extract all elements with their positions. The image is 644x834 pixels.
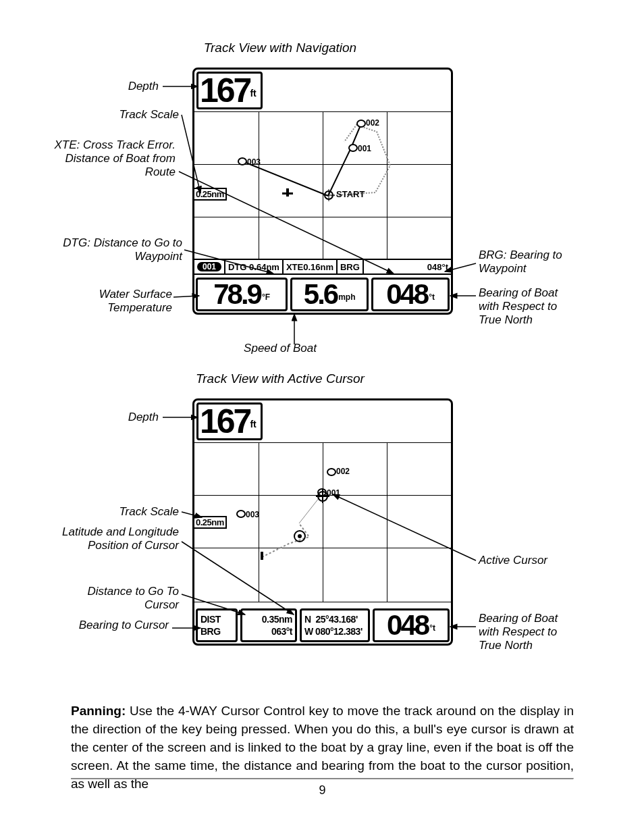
cursor-bottom-bar: DIST BRG 0.35nm 063°t N 25°43.168' W 080… — [194, 607, 451, 644]
page-number: 9 — [71, 783, 574, 798]
boat-cursor-icon — [292, 529, 307, 544]
page-footer: 9 — [71, 778, 574, 798]
start-label: START — [336, 189, 365, 199]
start-marker-icon — [323, 189, 335, 201]
chart-grid: 0.25nm 001 002 003 — [194, 442, 451, 602]
callout-label-dist-cursor: Distance to Go To Cursor — [57, 585, 179, 612]
callout-label-brg: BRG: Bearing to Waypoint — [479, 249, 573, 276]
figure-title-cursor: Track View with Active Cursor — [152, 371, 408, 386]
waypoint-icon — [327, 468, 336, 476]
heading-readout: 048°t — [373, 608, 450, 642]
depth-value: 167 — [200, 72, 250, 109]
callout-label-track-scale: Track Scale — [57, 108, 179, 122]
callout-label-temp: Water Surface Temperature — [57, 288, 172, 315]
bottom-readouts-row: 78.9°F 5.6mph 048°t — [194, 276, 451, 313]
waypoint-icon — [348, 144, 358, 152]
callout-label-depth: Depth — [57, 80, 159, 93]
callout-label-dtg: DTG: Distance to Go to Waypoint — [44, 236, 182, 263]
nav-screen: 167ft 0.25nm — [192, 68, 453, 315]
waypoint-003-label: 003 — [246, 510, 259, 519]
depth-unit: ft — [250, 76, 256, 110]
waypoint-002-label: 002 — [366, 118, 379, 128]
figure-cursor: 167ft 0.25nm 001 002 — [71, 392, 574, 675]
waypoint-icon — [238, 157, 247, 165]
dist-brg-labels: DIST BRG — [196, 608, 238, 642]
waypoint-001-label: 001 — [358, 144, 371, 153]
depth-readout-box: 167ft — [196, 72, 263, 109]
nav-info-bar: 001 DTG 0.64nm XTE0.16nm BRG 048°t — [194, 259, 451, 275]
callout-label-heading: Bearing of Boat with Respect to True Nor… — [479, 612, 580, 652]
active-cursor-icon — [316, 490, 329, 503]
callout-label-latlon: Latitude and Longitude Position of Curso… — [51, 525, 179, 552]
figure-nav: 167ft 0.25nm — [71, 61, 574, 365]
current-waypoint-chip: 001 — [197, 262, 221, 271]
svg-rect-4 — [282, 192, 293, 194]
latlon-readout: N 25°43.168' W 080°12.383' — [300, 608, 370, 642]
depth-unit: ft — [250, 407, 256, 441]
speed-readout: 5.6mph — [290, 278, 369, 311]
dist-brg-values: 0.35nm 063°t — [240, 608, 297, 642]
cursor-screen: 167ft 0.25nm 001 002 — [192, 398, 453, 646]
chart-grid: 0.25nm 001 002 003 START — [194, 111, 451, 271]
heading-readout: 048°t — [371, 278, 450, 311]
brg-readout: 048°t — [363, 260, 451, 273]
waypoint-icon — [356, 120, 366, 128]
depth-value: 167 — [200, 402, 250, 440]
waypoint-icon — [236, 510, 246, 518]
callout-label-depth: Depth — [57, 411, 159, 424]
callout-label-active-cursor: Active Cursor — [479, 554, 573, 567]
water-temp-readout: 78.9°F — [196, 278, 288, 311]
track-path — [194, 442, 451, 602]
svg-rect-19 — [261, 552, 263, 560]
waypoint-003-label: 003 — [247, 157, 261, 167]
footer-rule — [71, 778, 574, 779]
callout-label-heading: Bearing of Boat with Respect to True Nor… — [479, 286, 580, 327]
depth-readout-box: 167ft — [196, 402, 263, 440]
callout-label-xte: XTE: Cross Track Error. Distance of Boat… — [44, 138, 176, 179]
xte-readout: XTE0.16nm — [282, 260, 336, 273]
svg-point-18 — [298, 534, 302, 538]
dtg-readout: DTG 0.64nm — [224, 260, 282, 273]
callout-label-track-scale: Track Scale — [57, 505, 179, 519]
waypoint-002-label: 002 — [336, 467, 350, 476]
callout-label-speed: Speed of Boat — [213, 342, 348, 355]
figure-title-nav: Track View with Navigation — [152, 41, 408, 55]
brg-label: BRG — [336, 260, 363, 273]
boat-tick-icon — [259, 552, 265, 561]
callout-label-brg-cursor: Bearing to Cursor — [57, 619, 169, 632]
panning-bold: Panning: — [71, 704, 126, 718]
boat-icon — [282, 188, 293, 199]
